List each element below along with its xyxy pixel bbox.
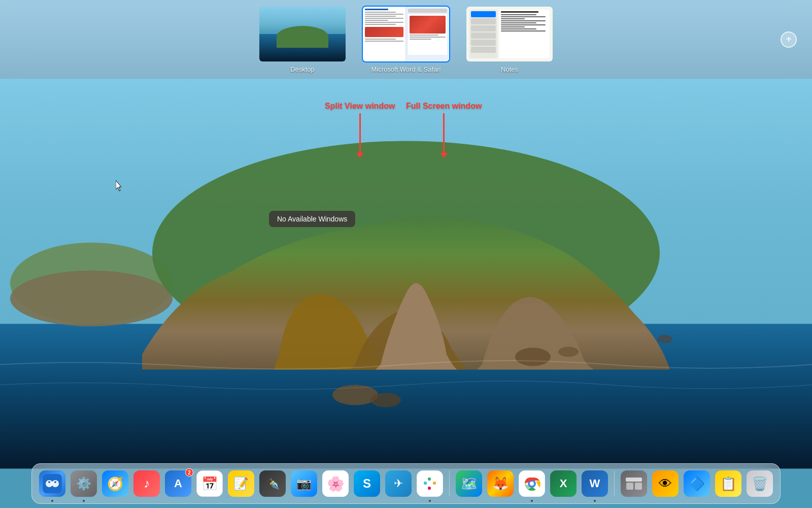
dock-icon-app-store[interactable]: A 2 — [164, 469, 192, 498]
skype-icon: S — [354, 470, 380, 497]
notes-dock-icon: 📋 — [715, 470, 741, 497]
svg-rect-15 — [424, 482, 427, 485]
dock-icon-finder[interactable] — [38, 469, 66, 498]
dock-icon-system-prefs[interactable]: ⚙️ — [70, 469, 98, 498]
dock-icon-finder2[interactable]: 🔷 — [683, 469, 711, 498]
space-word-safari[interactable]: Microsoft Word & Safari — [362, 6, 450, 73]
inkscape-icon: ✒️ — [259, 470, 286, 497]
maps-icon: 🗺️ — [456, 470, 482, 497]
svg-point-22 — [530, 482, 534, 486]
space-notes-label: Notes — [501, 66, 518, 73]
word-safari-thumb — [363, 7, 449, 61]
no-available-windows-tooltip: No Available Windows — [269, 211, 355, 227]
dock-icon-word[interactable]: W — [581, 469, 609, 498]
svg-point-13 — [48, 481, 50, 483]
dock-separator-2 — [614, 471, 615, 496]
dock-icon-photos[interactable]: 🌸 — [321, 469, 350, 498]
stickies-icon: 📝 — [228, 470, 254, 497]
dock-icon-image-capture[interactable]: 📷 — [290, 469, 318, 498]
dock-icon-excel[interactable]: X — [549, 469, 578, 498]
system-prefs-icon: ⚙️ — [71, 470, 97, 497]
add-space-button[interactable]: + — [781, 31, 797, 48]
full-screen-label: Full Screen window — [406, 102, 482, 111]
svg-point-9 — [657, 335, 672, 343]
dock-icon-skype[interactable]: S — [353, 469, 381, 498]
music-icon: ♪ — [133, 470, 160, 497]
mission-control-icon — [621, 470, 647, 497]
trash-icon: 🗑️ — [747, 470, 773, 497]
firefox-icon: 🦊 — [487, 470, 514, 497]
svg-point-3 — [10, 271, 173, 327]
calendar-icon: 📅 — [196, 470, 223, 497]
dock-icon-notes[interactable]: 📋 — [714, 469, 742, 498]
slack-dot — [429, 500, 431, 502]
svg-point-5 — [515, 348, 551, 366]
word-dock-icon: W — [582, 470, 608, 497]
safari-dock-icon: 🧭 — [102, 470, 128, 497]
space-word-safari-label: Microsoft Word & Safari — [371, 66, 441, 73]
chrome-dot — [531, 500, 533, 502]
svg-point-6 — [558, 347, 579, 357]
dock-icon-mission-control[interactable] — [620, 469, 648, 498]
split-view-label: Split View window — [325, 102, 395, 111]
space-word-safari-preview — [362, 6, 450, 62]
svg-rect-16 — [428, 478, 431, 481]
dock-icon-calendar[interactable]: 📅 — [195, 469, 224, 498]
photos-icon: 🌸 — [322, 470, 349, 497]
chrome-icon — [519, 470, 545, 497]
desktop-thumb — [259, 7, 346, 61]
space-notes-preview — [465, 6, 554, 62]
finder-icon — [39, 470, 65, 497]
mission-control-bar: Desktop — [0, 0, 812, 79]
dock-separator-1 — [449, 471, 450, 496]
dock-icon-preview[interactable]: 👁 — [651, 469, 680, 498]
space-desktop-label: Desktop — [290, 66, 315, 73]
svg-point-8 — [370, 393, 401, 407]
dock-icon-inkscape[interactable]: ✒️ — [258, 469, 287, 498]
annotation-full-screen: Full Screen window — [406, 102, 482, 154]
finder2-icon: 🔷 — [684, 470, 710, 497]
slack-icon — [417, 470, 443, 497]
preview-icon: 👁 — [652, 470, 679, 497]
dock-icon-maps[interactable]: 🗺️ — [455, 469, 483, 498]
word-dot — [594, 500, 596, 502]
tooltip-text: No Available Windows — [277, 215, 347, 223]
finder-dot — [51, 500, 53, 502]
dock-icon-music[interactable]: ♪ — [132, 469, 161, 498]
space-desktop[interactable]: Desktop — [258, 6, 347, 73]
dock-icon-chrome[interactable] — [518, 469, 546, 498]
dock-icon-slack[interactable] — [416, 469, 444, 498]
dock: ⚙️ 🧭 ♪ A 2 📅 📝 ✒️ 📷 🌸 S ✈ — [31, 463, 781, 504]
add-space-icon: + — [786, 34, 792, 45]
excel-icon: X — [550, 470, 577, 497]
dock-icon-firefox[interactable]: 🦊 — [486, 469, 515, 498]
annotation-split-view: Split View window — [325, 102, 395, 154]
telegram-icon: ✈ — [385, 470, 412, 497]
notes-thumb — [466, 7, 553, 61]
split-view-arrow — [359, 113, 361, 154]
svg-point-14 — [54, 481, 56, 483]
dock-icon-telegram[interactable]: ✈ — [384, 469, 413, 498]
full-screen-arrow — [443, 113, 445, 154]
space-desktop-preview — [258, 6, 347, 62]
svg-rect-17 — [433, 482, 436, 485]
image-capture-icon: 📷 — [291, 470, 317, 497]
dock-icon-stickies[interactable]: 📝 — [227, 469, 255, 498]
sysprefs-dot — [83, 500, 85, 502]
dock-icon-trash[interactable]: 🗑️ — [746, 469, 774, 498]
app-store-badge: 2 — [185, 468, 193, 477]
dock-icon-safari[interactable]: 🧭 — [101, 469, 129, 498]
svg-rect-18 — [428, 487, 431, 490]
space-notes[interactable]: Notes — [465, 6, 554, 73]
